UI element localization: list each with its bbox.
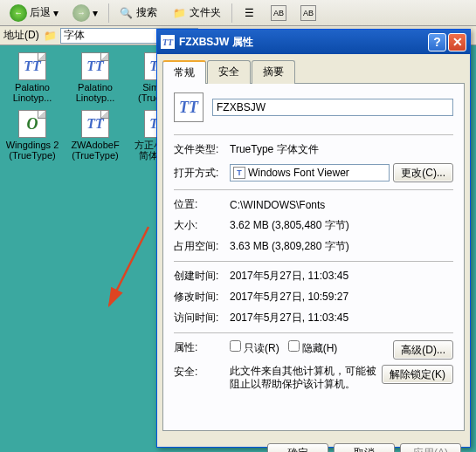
location-label: 位置: xyxy=(174,197,230,212)
font-glyph-icon xyxy=(18,52,46,80)
tab-general[interactable]: 常规 xyxy=(162,60,206,84)
tabs: 常规 安全 摘要 xyxy=(162,59,465,84)
openwith-value: Windows Font Viewer xyxy=(230,164,390,181)
main-toolbar: ←后退▾ →▾ 🔍搜索 📁文件夹 ☰ AB AB xyxy=(0,0,476,26)
font-file-icon[interactable]: PalatinoLinotyp... xyxy=(66,52,124,103)
properties-dialog: FZXBSJW 属性 ? ✕ 常规 安全 摘要 文件类型:TrueType 字体… xyxy=(156,29,471,448)
font-glyph-icon xyxy=(81,52,109,80)
cancel-button[interactable]: 取消 xyxy=(334,443,395,452)
change-button[interactable]: 更改(C)... xyxy=(393,163,453,182)
titlebar-file-icon xyxy=(161,35,175,49)
viewer-icon xyxy=(233,167,245,179)
filename-input[interactable] xyxy=(212,99,453,116)
font-file-icon[interactable]: PalatinoLinotyp... xyxy=(3,52,61,103)
apply-button[interactable]: 应用(A) xyxy=(400,443,461,452)
icon-label: PalatinoLinotyp... xyxy=(13,82,52,103)
font-glyph-icon xyxy=(81,110,109,138)
hidden-checkbox[interactable]: 隐藏(H) xyxy=(288,342,338,354)
security-label: 安全: xyxy=(174,365,230,380)
readonly-checkbox[interactable]: 只读(R) xyxy=(230,342,279,354)
icon-label: PalatinoLinotyp... xyxy=(76,82,115,103)
back-button[interactable]: ←后退▾ xyxy=(3,1,65,25)
icon-label: ZWAdobeF(TrueType) xyxy=(71,140,119,161)
font-file-icon[interactable]: Wingdings 2(TrueType) xyxy=(3,110,61,161)
attributes-label: 属性: xyxy=(174,340,230,355)
folders-icon: 📁 xyxy=(171,5,187,21)
search-icon: 🔍 xyxy=(118,5,134,21)
tab-pane: 文件类型:TrueType 字体文件 打开方式: Windows Font Vi… xyxy=(162,84,465,431)
unblock-button[interactable]: 解除锁定(K) xyxy=(382,365,453,384)
advanced-button[interactable]: 高级(D)... xyxy=(393,340,453,360)
created-label: 创建时间: xyxy=(174,269,230,284)
folders-button[interactable]: 📁文件夹 xyxy=(165,2,227,24)
size-label: 大小: xyxy=(174,218,230,233)
search-button[interactable]: 🔍搜索 xyxy=(112,2,163,24)
font-file-icon[interactable]: ZWAdobeF(TrueType) xyxy=(66,110,124,161)
created-value: 2017年5月27日, 11:03:45 xyxy=(230,269,453,284)
dialog-buttons: 确定 取消 应用(A) xyxy=(157,436,470,452)
icon-label: Wingdings 2(TrueType) xyxy=(6,140,59,161)
accessed-value: 2017年5月27日, 11:03:45 xyxy=(230,311,453,325)
openwith-label: 打开方式: xyxy=(174,166,230,181)
tab-summary[interactable]: 摘要 xyxy=(252,60,295,84)
fonts-folder-icon: 📁 xyxy=(43,28,59,44)
tab-security[interactable]: 安全 xyxy=(207,60,251,84)
dialog-title: FZXBSJW 属性 xyxy=(179,35,253,50)
location-value: C:\WINDOWS\Fonts xyxy=(230,199,453,211)
help-button[interactable]: ? xyxy=(428,33,446,51)
ok-button[interactable]: 确定 xyxy=(267,443,328,452)
file-type-icon xyxy=(174,92,204,122)
abbar-button[interactable]: AB xyxy=(294,2,322,24)
close-button[interactable]: ✕ xyxy=(448,33,466,51)
accessed-label: 访问时间: xyxy=(174,311,230,325)
font-glyph-icon xyxy=(18,110,46,138)
sizeondisk-label: 占用空间: xyxy=(174,239,230,254)
modified-value: 2017年5月27日, 10:59:27 xyxy=(230,290,453,305)
size-value: 3.62 MB (3,805,480 字节) xyxy=(230,218,453,233)
sizeondisk-value: 3.63 MB (3,809,280 字节) xyxy=(230,239,453,254)
type-value: TrueType 字体文件 xyxy=(230,142,453,157)
type-label: 文件类型: xyxy=(174,142,230,157)
forward-button[interactable]: →▾ xyxy=(66,1,104,25)
svg-line-0 xyxy=(109,227,148,305)
list-view-button[interactable]: ☰ xyxy=(235,2,263,24)
title-bar[interactable]: FZXBSJW 属性 ? ✕ xyxy=(157,30,470,54)
list-icon: ☰ xyxy=(241,5,257,21)
address-label: 地址(D) xyxy=(3,28,39,43)
ab-button[interactable]: AB xyxy=(265,2,293,24)
annotation-arrow xyxy=(105,223,157,318)
modified-label: 修改时间: xyxy=(174,290,230,305)
security-text: 此文件来自其他计算机，可能被阻止以帮助保护该计算机。 xyxy=(230,365,382,391)
